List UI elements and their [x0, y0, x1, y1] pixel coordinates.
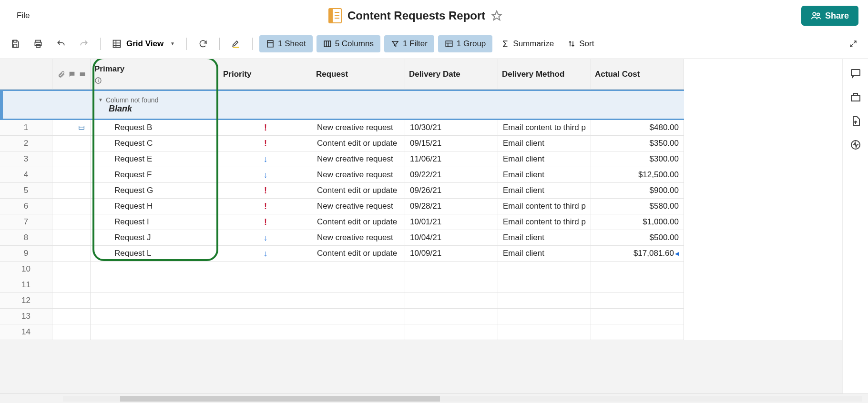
row-indicator[interactable] — [52, 214, 91, 230]
group-button[interactable]: 1 Group — [438, 35, 492, 52]
column-header-delivery-date[interactable]: Delivery Date — [405, 59, 498, 90]
cell-actual-cost[interactable]: $300.00 — [591, 151, 684, 167]
cell-delivery-method[interactable]: Email client — [498, 246, 591, 262]
cell-delivery-method[interactable]: Email content to third p — [498, 120, 591, 136]
cell-delivery-method[interactable]: Email content to third p — [498, 199, 591, 214]
cell-priority[interactable]: ! — [219, 199, 312, 214]
cell-actual-cost[interactable]: $350.00 — [591, 136, 684, 151]
row-number[interactable]: 13 — [0, 309, 52, 324]
row-number[interactable]: 8 — [0, 230, 52, 246]
empty-cell[interactable] — [219, 277, 312, 293]
empty-cell[interactable] — [312, 309, 405, 324]
columns-button[interactable]: 5 Columns — [317, 35, 380, 52]
cell-actual-cost[interactable]: $12,500.00 — [591, 167, 684, 183]
cell-delivery-method[interactable]: Email client — [498, 136, 591, 151]
cell-actual-cost[interactable]: $17,081.60◀ — [591, 246, 684, 262]
column-header-delivery-method[interactable]: Delivery Method — [498, 59, 591, 90]
activity-panel-icon[interactable] — [850, 139, 861, 151]
cell-request[interactable]: New creative request — [312, 120, 405, 136]
cell-request[interactable]: New creative request — [312, 230, 405, 246]
empty-cell[interactable] — [312, 277, 405, 293]
row-number[interactable]: 4 — [0, 167, 52, 183]
empty-cell[interactable] — [591, 277, 684, 293]
row-indicator[interactable] — [52, 151, 91, 167]
row-indicator[interactable] — [52, 309, 91, 324]
row-indicator[interactable] — [52, 230, 91, 246]
cell-request[interactable]: Content edit or update — [312, 246, 405, 262]
cell-primary[interactable]: Request G — [91, 183, 219, 199]
cell-primary[interactable]: Request C — [91, 136, 219, 151]
cell-primary[interactable]: Request H — [91, 199, 219, 214]
row-indicator[interactable] — [52, 199, 91, 214]
highlight-icon[interactable] — [226, 36, 245, 51]
empty-cell[interactable] — [91, 277, 219, 293]
cell-delivery-method[interactable]: Email client — [498, 151, 591, 167]
empty-cell[interactable] — [405, 262, 498, 277]
row-number[interactable]: 10 — [0, 262, 52, 277]
empty-cell[interactable] — [498, 324, 591, 340]
cell-actual-cost[interactable]: $500.00 — [591, 230, 684, 246]
empty-cell[interactable] — [498, 262, 591, 277]
column-header-priority[interactable]: Priority — [219, 59, 312, 90]
summarize-button[interactable]: Summarize — [496, 36, 559, 51]
cell-actual-cost[interactable]: $580.00 — [591, 199, 684, 214]
empty-cell[interactable] — [219, 293, 312, 309]
empty-cell[interactable] — [405, 277, 498, 293]
empty-cell[interactable] — [498, 293, 591, 309]
cell-delivery-date[interactable]: 11/06/21 — [405, 151, 498, 167]
empty-cell[interactable] — [498, 277, 591, 293]
cell-delivery-method[interactable]: Email client — [498, 183, 591, 199]
cell-primary[interactable]: Request F — [91, 167, 219, 183]
share-button[interactable]: Share — [801, 6, 858, 26]
cell-primary[interactable]: Request E — [91, 151, 219, 167]
attachments-panel-icon[interactable] — [850, 115, 861, 127]
favorite-star-icon[interactable] — [491, 10, 502, 21]
empty-cell[interactable] — [312, 262, 405, 277]
group-header-row[interactable]: ▼Column not foundBlank — [0, 90, 684, 120]
cell-priority[interactable]: ↓ — [219, 230, 312, 246]
cell-delivery-method[interactable]: Email content to third p — [498, 214, 591, 230]
sheet-button[interactable]: 1 Sheet — [259, 35, 313, 52]
save-icon[interactable] — [6, 36, 25, 51]
row-indicator[interactable] — [52, 246, 91, 262]
row-number[interactable]: 7 — [0, 214, 52, 230]
row-indicator[interactable] — [52, 262, 91, 277]
empty-cell[interactable] — [405, 324, 498, 340]
cell-actual-cost[interactable]: $480.00 — [591, 120, 684, 136]
empty-cell[interactable] — [312, 324, 405, 340]
filter-button[interactable]: 1 Filter — [384, 35, 434, 52]
row-number[interactable]: 2 — [0, 136, 52, 151]
row-indicator[interactable] — [52, 136, 91, 151]
cell-delivery-date[interactable]: 10/09/21 — [405, 246, 498, 262]
briefcase-panel-icon[interactable] — [850, 91, 861, 103]
grid-view-dropdown[interactable]: Grid View ▼ — [107, 36, 180, 51]
horizontal-scrollbar[interactable] — [0, 393, 868, 403]
print-icon[interactable] — [29, 36, 48, 51]
refresh-icon[interactable] — [194, 36, 213, 51]
cell-priority[interactable]: ↓ — [219, 246, 312, 262]
cell-delivery-method[interactable]: Email client — [498, 230, 591, 246]
row-number[interactable]: 11 — [0, 277, 52, 293]
empty-cell[interactable] — [91, 324, 219, 340]
cell-delivery-date[interactable]: 09/15/21 — [405, 136, 498, 151]
empty-cell[interactable] — [91, 309, 219, 324]
cell-priority[interactable]: ↓ — [219, 151, 312, 167]
cell-delivery-date[interactable]: 10/01/21 — [405, 214, 498, 230]
comments-panel-icon[interactable] — [850, 68, 861, 79]
cell-priority[interactable]: ↓ — [219, 167, 312, 183]
cell-actual-cost[interactable]: $900.00 — [591, 183, 684, 199]
cell-delivery-date[interactable]: 09/22/21 — [405, 167, 498, 183]
empty-cell[interactable] — [405, 293, 498, 309]
empty-cell[interactable] — [219, 309, 312, 324]
cell-primary[interactable]: Request B — [91, 120, 219, 136]
empty-cell[interactable] — [591, 293, 684, 309]
empty-cell[interactable] — [91, 293, 219, 309]
cell-primary[interactable]: Request L — [91, 246, 219, 262]
empty-cell[interactable] — [312, 293, 405, 309]
empty-cell[interactable] — [219, 262, 312, 277]
row-indicator[interactable] — [52, 183, 91, 199]
row-number[interactable]: 12 — [0, 293, 52, 309]
cell-delivery-date[interactable]: 09/26/21 — [405, 183, 498, 199]
row-number[interactable]: 1 — [0, 120, 52, 136]
cell-priority[interactable]: ! — [219, 183, 312, 199]
